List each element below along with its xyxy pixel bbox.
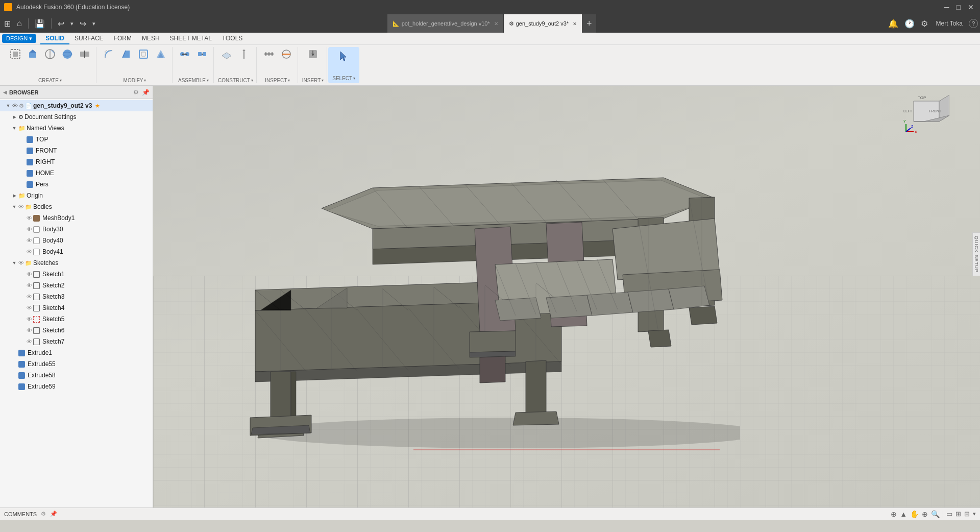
comments-collapse-icon[interactable]: 📌 [50,511,57,517]
insert-label[interactable]: INSERT ▾ [302,77,324,83]
tree-item-top[interactable]: TOP [0,134,153,145]
redo-arrow-icon[interactable]: ▾ [90,19,97,28]
tree-item-right[interactable]: RIGHT [0,156,153,167]
body30-eye-icon[interactable]: 👁 [27,226,32,232]
settings-icon[interactable]: ⚙ [919,18,930,30]
tab-pot-holder[interactable]: 📐 pot_holder_generative_design v10* ✕ [387,14,504,33]
tab-surface[interactable]: SURFACE [69,33,109,44]
body41-eye-icon[interactable]: 👁 [27,249,32,255]
undo-arrow-icon[interactable]: ▾ [68,19,76,28]
tree-item-sketch1[interactable]: 👁 Sketch1 [0,269,153,280]
new-tab-button[interactable]: + [582,18,596,29]
root-star-icon[interactable]: ★ [95,103,100,109]
draft-button[interactable] [153,47,169,63]
create-label[interactable]: CREATE ▾ [38,77,62,83]
tree-item-front[interactable]: FRONT [0,145,153,156]
comments-settings-icon[interactable]: ⚙ [41,511,46,517]
browser-collapse-icon[interactable]: ◀ [3,89,7,95]
notification-icon[interactable]: 🔔 [886,18,900,30]
rigid-button[interactable] [194,47,210,63]
revolve-button[interactable] [42,47,58,63]
construct-label[interactable]: CONSTRUCT ▾ [218,77,253,83]
fillet-button[interactable] [101,47,117,63]
root-expand-arrow[interactable]: ▼ [5,103,11,108]
tree-item-sketch6[interactable]: 👁 Sketch6 [0,325,153,336]
more-btn[interactable]: ▾ [973,511,976,517]
orbit-icon[interactable]: ⊕ [922,510,928,518]
home-icon[interactable]: ⌂ [15,18,24,29]
close-button[interactable]: ✕ [966,3,976,11]
clock-icon[interactable]: 🕐 [902,18,917,30]
bodies-expand-arrow[interactable]: ▼ [11,204,17,209]
tab-gen-study[interactable]: ⚙ gen_study9_out2 v3* ✕ [504,14,582,33]
sk4-eye-icon[interactable]: 👁 [27,305,32,311]
user-name[interactable]: Mert Toka [932,20,967,27]
root-eye-icon[interactable]: 👁 [12,103,18,109]
tree-item-sketches[interactable]: ▼ 👁 📁 Sketches [0,257,153,269]
view-cube-container[interactable]: TOP LEFT FRONT X Y Z [903,91,949,138]
sketches-eye-icon[interactable]: 👁 [18,260,24,266]
sketches-expand-arrow[interactable]: ▼ [11,260,17,265]
sk3-eye-icon[interactable]: 👁 [27,294,32,300]
inspect-label[interactable]: INSPECT ▾ [265,77,290,83]
browser-pin-icon[interactable]: 📌 [142,89,150,96]
tree-item-sketch2[interactable]: 👁 Sketch2 [0,280,153,291]
tree-item-sketch7[interactable]: 👁 Sketch7 [0,336,153,347]
view-mode-icon[interactable]: ⊟ [964,510,970,518]
doc-expand-arrow[interactable]: ▶ [11,114,17,119]
bodies-eye-icon[interactable]: 👁 [18,204,24,210]
restore-button[interactable]: □ [954,3,963,11]
design-workspace-button[interactable]: DESIGN ▾ [2,34,36,43]
tree-item-sketch3[interactable]: 👁 Sketch3 [0,291,153,302]
plane-button[interactable] [218,47,235,63]
tab-solid[interactable]: SOLID [40,33,69,44]
named-views-expand-arrow[interactable]: ▼ [11,126,17,131]
sk6-eye-icon[interactable]: 👁 [27,327,32,333]
measure-button[interactable] [261,47,277,63]
minimize-button[interactable]: ─ [942,3,951,11]
insert-button[interactable] [305,47,321,63]
redo-icon[interactable]: ↪ [78,18,88,30]
axis-button[interactable] [236,47,252,63]
sphere-button[interactable] [59,47,76,63]
quick-setup-panel[interactable]: QUICK SETUP [972,232,980,276]
tab-tools[interactable]: TOOLS [217,33,248,44]
body40-eye-icon[interactable]: 👁 [27,237,32,244]
tree-item-body40[interactable]: 👁 Body40 [0,235,153,246]
viewport[interactable]: TOP LEFT FRONT X Y Z QUICK SETUP [153,86,980,507]
display-mode-icon[interactable]: ▭ [946,510,952,518]
tree-item-doc-settings[interactable]: ▶ ⚙ Document Settings [0,111,153,123]
tree-item-origin[interactable]: ▶ 📁 Origin [0,190,153,201]
tree-item-bodies[interactable]: ▼ 👁 📁 Bodies [0,201,153,212]
tab-sheet-metal[interactable]: SHEET METAL [165,33,217,44]
tab1-close[interactable]: ✕ [494,21,498,27]
tree-item-extrude58[interactable]: Extrude58 [0,370,153,381]
pan-icon[interactable]: ✋ [910,510,919,518]
browser-settings-icon[interactable]: ⚙ [133,89,139,96]
tree-item-home[interactable]: HOME [0,167,153,179]
tree-item-root[interactable]: ▼ 👁 ⚙ 📄 gen_study9_out2 v3 ★ [0,100,153,111]
tab2-close[interactable]: ✕ [573,21,577,27]
tree-item-extrude1[interactable]: Extrude1 [0,347,153,358]
grid-menu-icon[interactable]: ⊞ [2,18,13,30]
tab-mesh[interactable]: MESH [137,33,165,44]
chamfer-button[interactable] [118,47,134,63]
sk7-eye-icon[interactable]: 👁 [27,338,32,345]
tree-item-sketch5[interactable]: 👁 Sketch5 [0,313,153,325]
help-button[interactable]: ? [969,19,978,28]
sk1-eye-icon[interactable]: 👁 [27,271,32,277]
modify-label[interactable]: MODIFY ▾ [124,77,146,83]
view-cube[interactable]: TOP LEFT FRONT X Y Z [903,91,949,137]
tree-item-body30[interactable]: 👁 Body30 [0,224,153,235]
tab-form[interactable]: FORM [109,33,137,44]
tree-item-pers[interactable]: Pers [0,179,153,190]
joint-button[interactable] [177,47,193,63]
meshbody1-eye-icon[interactable]: 👁 [27,215,32,221]
tree-item-sketch4[interactable]: 👁 Sketch4 [0,302,153,313]
new-component-button[interactable] [7,47,23,63]
select-label[interactable]: SELECT ▾ [332,75,355,81]
tree-item-extrude55[interactable]: Extrude55 [0,358,153,370]
section-button[interactable] [278,47,295,63]
up-icon[interactable]: ▲ [900,510,907,518]
zoom-icon[interactable]: 🔍 [931,510,940,518]
